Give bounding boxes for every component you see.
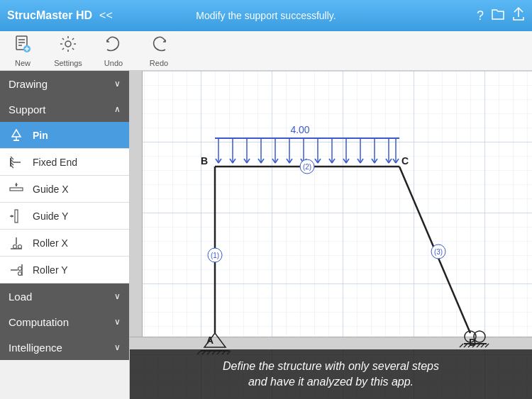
support-chevron: ∧	[114, 104, 121, 114]
svg-rect-17	[10, 188, 23, 191]
header-right: ?	[477, 7, 525, 25]
support-d-hash1	[460, 344, 463, 347]
sidebar-item-roller-x[interactable]: Roller X	[0, 230, 129, 257]
settings-icon	[59, 35, 77, 57]
new-button[interactable]: New	[7, 35, 38, 67]
back-button[interactable]: <<	[99, 9, 113, 22]
load-chevron: ∨	[114, 291, 121, 301]
undo-icon	[104, 35, 123, 57]
svg-marker-22	[11, 215, 13, 218]
member-label-2: (2)	[303, 163, 311, 171]
share-icon[interactable]	[512, 7, 525, 25]
drawing-chevron: ∨	[114, 79, 121, 89]
sidebar-item-pin[interactable]: Pin	[0, 122, 129, 149]
fixed-end-label: Fixed End	[33, 157, 77, 168]
sidebar-section-load[interactable]: Load ∨	[0, 283, 129, 309]
help-icon[interactable]: ?	[477, 9, 484, 23]
redo-icon	[150, 35, 168, 57]
roller-y-label: Roller Y	[33, 264, 68, 276]
folder-icon[interactable]	[491, 8, 505, 24]
guide-x-icon	[7, 180, 26, 198]
sidebar-section-intelligence[interactable]: Intelligence ∨	[0, 335, 129, 360]
guide-x-label: Guide X	[33, 184, 69, 195]
sidebar-item-roller-y[interactable]: Roller Y	[0, 257, 129, 283]
sidebar-item-fixed-end[interactable]: Fixed End	[0, 149, 129, 176]
main-layout: Drawing ∨ Support ∧ Pin	[0, 71, 532, 399]
redo-button[interactable]: Redo	[143, 35, 174, 67]
drawing-section-label: Drawing	[9, 78, 48, 90]
guide-y-icon	[7, 207, 26, 225]
bottom-message-bar: Define the structure with only several s…	[130, 349, 532, 399]
sidebar-section-computation[interactable]: Computation ∨	[0, 309, 129, 335]
undo-button[interactable]: Undo	[98, 35, 129, 67]
load-section-label: Load	[9, 291, 32, 303]
app-header: StrucMaster HD << Modify the support suc…	[0, 0, 532, 31]
redo-label: Redo	[150, 59, 168, 67]
roller-x-icon	[7, 234, 26, 252]
load-value-label: 4.00	[290, 124, 309, 135]
distributed-load: 4.00	[215, 124, 399, 163]
svg-point-24	[13, 245, 17, 248]
sidebar-section-support[interactable]: Support ∧	[0, 96, 129, 122]
svg-rect-20	[15, 210, 18, 223]
canvas-area[interactable]: 4.00 A B C D (1) (2)	[130, 71, 532, 399]
pin-label: Pin	[33, 130, 48, 141]
intelligence-section-label: Intelligence	[9, 342, 62, 354]
app-title: StrucMaster HD	[7, 9, 92, 22]
member-label-1: (1)	[211, 252, 219, 259]
pin-icon	[7, 126, 26, 145]
settings-label: Settings	[54, 59, 82, 67]
toolbar: New Settings Undo Redo	[0, 31, 532, 71]
support-section-label: Support	[9, 103, 46, 116]
computation-section-label: Computation	[9, 316, 69, 328]
sidebar-section-drawing[interactable]: Drawing ∨	[0, 71, 129, 96]
svg-point-28	[18, 266, 22, 270]
guide-y-label: Guide Y	[33, 210, 68, 222]
new-icon	[13, 35, 32, 57]
bottom-message-text: Define the structure with only several s…	[223, 359, 439, 390]
new-label: New	[15, 59, 31, 67]
node-label-c: C	[401, 155, 409, 167]
sidebar-item-guide-y[interactable]: Guide Y	[0, 203, 129, 230]
fixed-end-icon	[7, 153, 26, 172]
computation-chevron: ∨	[114, 317, 121, 327]
intelligence-chevron: ∨	[114, 342, 121, 352]
node-label-b: B	[201, 155, 208, 167]
sidebar: Drawing ∨ Support ∧ Pin	[0, 71, 130, 399]
sidebar-item-guide-x[interactable]: Guide X	[0, 176, 129, 203]
roller-y-icon	[7, 261, 26, 279]
svg-marker-19	[15, 184, 18, 186]
header-left: StrucMaster HD <<	[7, 9, 113, 22]
svg-point-29	[18, 271, 22, 275]
settings-button[interactable]: Settings	[52, 35, 84, 67]
member-label-3: (3)	[434, 248, 443, 256]
svg-point-25	[18, 245, 22, 248]
svg-marker-8	[12, 130, 21, 137]
status-message: Modify the support successfully.	[196, 10, 336, 21]
undo-label: Undo	[104, 59, 123, 67]
roller-x-label: Roller X	[33, 237, 68, 249]
svg-point-7	[65, 41, 71, 47]
